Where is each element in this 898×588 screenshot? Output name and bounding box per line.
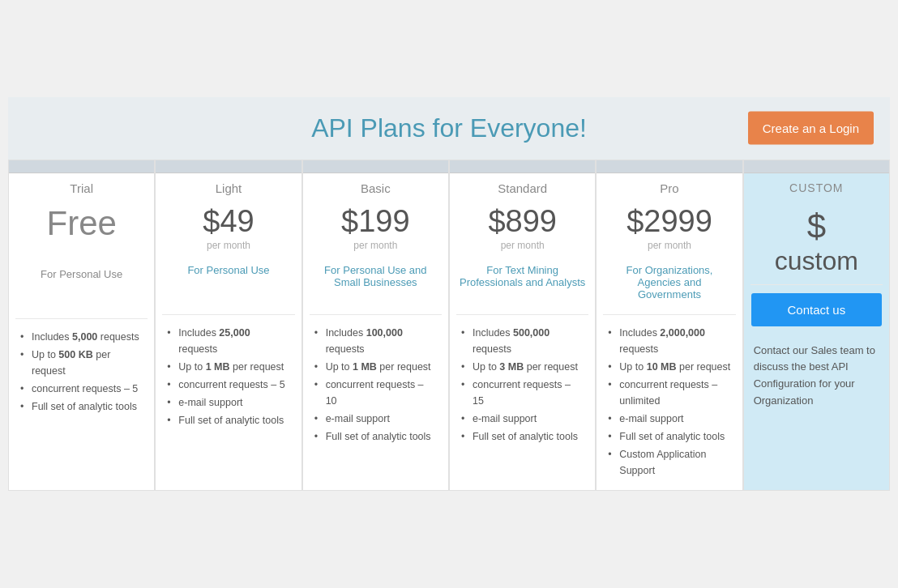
trial-feature-3: concurrent requests – 5 [20,381,143,397]
basic-name: Basic [303,173,448,200]
custom-divider [750,284,883,285]
custom-dollar: $ [744,199,889,246]
pro-name: Pro [597,173,742,200]
pro-desc: For Organizations, Agencies and Governme… [597,258,742,314]
page-title: API Plans for Everyone! [311,113,587,143]
pro-feature-6: Custom Application Support [608,446,730,479]
plan-custom: CUSTOM $ custom Contact us Contact our S… [743,160,890,492]
custom-name: CUSTOM [744,173,889,199]
trial-top-bar [9,160,154,173]
standard-name: Standard [450,173,595,200]
basic-feature-2: Up to 1 MB per request [314,359,437,375]
page-container: API Plans for Everyone! Create an a Logi… [0,89,898,500]
basic-feature-4: e-mail support [314,411,437,427]
trial-price: Free [9,200,154,242]
contact-description: Contact our Sales team to discuss the be… [744,334,889,418]
contact-button[interactable]: Contact us [751,293,882,326]
pro-feature-1: Includes 2,000,000 requests [608,325,730,357]
basic-feature-5: Full set of analytic tools [314,428,437,445]
plan-light: Light $49 per month For Personal Use Inc… [155,160,301,492]
light-features: Includes 25,000 requests Up to 1 MB per … [156,315,301,490]
pro-period: per month [597,238,742,258]
trial-feature-2: Up to 500 KB per request [20,347,143,379]
basic-price: $199 [303,200,448,239]
light-name: Light [156,173,301,200]
trial-feature-4: Full set of analytic tools [20,398,143,415]
standard-desc: For Text Mining Professionals and Analys… [450,258,595,314]
light-top-bar [156,160,301,173]
pro-feature-5: Full set of analytic tools [608,428,730,445]
standard-price: $899 [450,200,595,239]
light-feature-5: Full set of analytic tools [167,412,289,428]
pro-price: $2999 [597,200,742,239]
basic-period: per month [303,238,448,258]
light-desc: For Personal Use [156,258,301,314]
basic-features: Includes 100,000 requests Up to 1 MB per… [303,315,448,490]
header: API Plans for Everyone! Create an a Logi… [8,97,890,160]
light-feature-3: concurrent requests – 5 [167,377,289,393]
basic-feature-1: Includes 100,000 requests [314,325,437,357]
custom-top-bar [744,160,889,173]
light-feature-1: Includes 25,000 requests [167,325,289,357]
standard-feature-5: Full set of analytic tools [461,428,584,445]
plan-standard: Standard $899 per month For Text Mining … [449,160,596,492]
custom-word: custom [744,246,889,284]
pro-feature-4: e-mail support [608,411,730,427]
plan-basic: Basic $199 per month For Personal Use an… [302,160,449,492]
standard-feature-1: Includes 500,000 requests [461,325,584,357]
standard-period: per month [450,238,595,258]
light-feature-2: Up to 1 MB per request [167,359,289,375]
trial-features: Includes 5,000 requests Up to 500 KB per… [9,319,154,491]
basic-desc: For Personal Use and Small Businesses [303,258,448,314]
trial-desc: For Personal Use [9,262,154,318]
plans-grid: Trial Free For Personal Use Includes 5,0… [8,160,890,492]
trial-period [9,242,154,262]
standard-top-bar [450,160,595,173]
login-button[interactable]: Create an a Login [748,112,874,145]
plan-pro: Pro $2999 per month For Organizations, A… [596,160,742,492]
trial-name: Trial [9,173,154,200]
pro-feature-3: concurrent requests – unlimited [608,377,730,409]
light-price: $49 [156,200,301,239]
standard-feature-4: e-mail support [461,411,584,427]
pro-features: Includes 2,000,000 requests Up to 10 MB … [597,315,742,490]
standard-features: Includes 500,000 requests Up to 3 MB per… [450,315,595,490]
pro-feature-2: Up to 10 MB per request [608,359,730,375]
light-feature-4: e-mail support [167,394,289,411]
pro-top-bar [597,160,742,173]
standard-feature-2: Up to 3 MB per request [461,359,584,375]
light-period: per month [156,238,301,258]
basic-feature-3: concurrent requests – 10 [314,377,437,409]
basic-top-bar [303,160,448,173]
trial-feature-1: Includes 5,000 requests [20,329,143,345]
plan-trial: Trial Free For Personal Use Includes 5,0… [8,160,155,492]
standard-feature-3: concurrent requests – 15 [461,377,584,409]
